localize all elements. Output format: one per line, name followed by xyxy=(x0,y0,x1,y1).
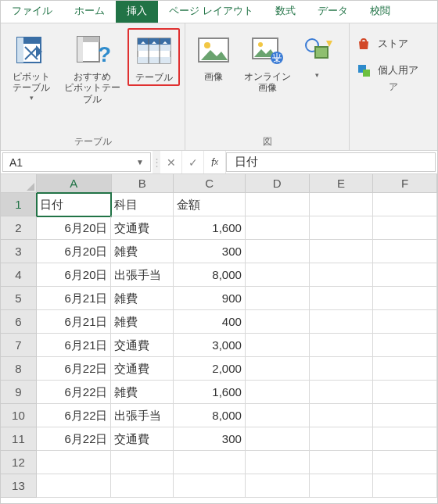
row-header[interactable]: 1 xyxy=(1,193,37,216)
cell[interactable]: 6月20日 xyxy=(37,216,112,240)
cell[interactable] xyxy=(246,287,310,310)
cell[interactable] xyxy=(246,263,310,287)
name-box[interactable]: A1 ▼ xyxy=(2,152,151,172)
row-header[interactable]: 12 xyxy=(1,451,37,474)
tab-review[interactable]: 校閲 xyxy=(359,1,401,23)
row-header[interactable]: 6 xyxy=(1,310,37,334)
cell[interactable] xyxy=(246,193,310,216)
cell[interactable]: 3,000 xyxy=(174,334,246,357)
cell[interactable] xyxy=(246,381,310,404)
online-pictures-button[interactable]: オンライン 画像 xyxy=(240,28,295,96)
col-header-B[interactable]: B xyxy=(112,174,174,193)
cell[interactable]: 6月22日 xyxy=(37,381,112,404)
cell[interactable]: 400 xyxy=(174,310,246,334)
cell[interactable]: 6月22日 xyxy=(37,357,112,381)
tab-insert[interactable]: 挿入 xyxy=(116,1,158,23)
row-header[interactable]: 13 xyxy=(1,474,37,498)
cell[interactable] xyxy=(111,474,174,498)
cell[interactable]: 6月21日 xyxy=(37,310,112,334)
cell[interactable] xyxy=(373,216,437,240)
cell[interactable] xyxy=(246,427,310,451)
cell[interactable] xyxy=(310,451,374,474)
cell[interactable] xyxy=(310,404,374,427)
cell[interactable] xyxy=(373,193,437,216)
cell[interactable] xyxy=(246,474,310,498)
cell[interactable] xyxy=(246,310,310,334)
cell[interactable] xyxy=(373,240,437,263)
cell[interactable]: 900 xyxy=(174,287,246,310)
tab-data[interactable]: データ xyxy=(307,1,359,23)
table-button[interactable]: テーブル xyxy=(127,28,180,86)
cell[interactable] xyxy=(310,216,374,240)
cell[interactable]: 1,600 xyxy=(174,381,246,404)
row-header[interactable]: 11 xyxy=(1,427,37,451)
select-all-button[interactable] xyxy=(1,174,37,193)
cell[interactable]: 出張手当 xyxy=(111,404,174,427)
cell[interactable]: 6月20日 xyxy=(37,263,112,287)
cell[interactable] xyxy=(373,404,437,427)
cell[interactable]: 8,000 xyxy=(174,263,246,287)
cell[interactable]: 雑費 xyxy=(111,240,174,263)
cell[interactable] xyxy=(246,240,310,263)
cell[interactable] xyxy=(373,287,437,310)
cell[interactable]: 2,000 xyxy=(174,357,246,381)
cell[interactable] xyxy=(310,334,374,357)
shapes-button[interactable]: ▾ xyxy=(298,28,336,82)
cell[interactable] xyxy=(310,357,374,381)
col-header-F[interactable]: F xyxy=(373,174,437,193)
cell[interactable]: 交通費 xyxy=(111,334,174,357)
cell[interactable] xyxy=(373,474,437,498)
insert-function-button[interactable]: fx xyxy=(204,151,226,173)
enter-formula-button[interactable]: ✓ xyxy=(182,151,204,173)
cell[interactable] xyxy=(373,310,437,334)
cell[interactable] xyxy=(246,357,310,381)
cell[interactable]: 6月20日 xyxy=(37,240,112,263)
cell[interactable] xyxy=(246,216,310,240)
cell-B1[interactable]: 科目 xyxy=(111,193,174,216)
cell[interactable]: 6月21日 xyxy=(37,334,112,357)
recommended-pivot-button[interactable]: ? おすすめ ピボットテーブル xyxy=(61,28,124,107)
cell-A1[interactable]: 日付 xyxy=(37,193,112,216)
cell[interactable] xyxy=(246,404,310,427)
cell[interactable] xyxy=(174,451,246,474)
cell[interactable] xyxy=(246,334,310,357)
row-header[interactable]: 2 xyxy=(1,216,37,240)
row-header[interactable]: 9 xyxy=(1,381,37,404)
cell[interactable]: 雑費 xyxy=(111,310,174,334)
cell[interactable]: 8,000 xyxy=(174,404,246,427)
cell[interactable] xyxy=(310,310,374,334)
row-header[interactable]: 7 xyxy=(1,334,37,357)
cell[interactable] xyxy=(310,474,374,498)
pivot-table-button[interactable]: ピボット テーブル ▾ xyxy=(5,28,58,105)
cell[interactable]: 6月21日 xyxy=(37,287,112,310)
cell[interactable]: 交通費 xyxy=(111,357,174,381)
row-header[interactable]: 10 xyxy=(1,404,37,427)
row-header[interactable]: 8 xyxy=(1,357,37,381)
cell[interactable]: 雑費 xyxy=(111,381,174,404)
cell[interactable] xyxy=(310,381,374,404)
col-header-E[interactable]: E xyxy=(310,174,374,193)
cell[interactable]: 出張手当 xyxy=(111,263,174,287)
cell[interactable] xyxy=(373,334,437,357)
row-header[interactable]: 4 xyxy=(1,263,37,287)
col-header-D[interactable]: D xyxy=(246,174,310,193)
cell[interactable] xyxy=(373,381,437,404)
cell[interactable] xyxy=(174,474,246,498)
my-addins-button[interactable]: 個人用ア xyxy=(356,63,431,78)
tab-formulas[interactable]: 数式 xyxy=(264,1,307,23)
col-header-C[interactable]: C xyxy=(174,174,246,193)
store-button[interactable]: ストア xyxy=(356,36,431,52)
cell[interactable]: 1,600 xyxy=(174,216,246,240)
tab-file[interactable]: ファイル xyxy=(1,1,63,23)
cell[interactable] xyxy=(310,263,374,287)
cell[interactable] xyxy=(373,263,437,287)
cell[interactable]: 雑費 xyxy=(111,287,174,310)
cell[interactable] xyxy=(373,451,437,474)
cell[interactable]: 交通費 xyxy=(111,427,174,451)
row-header[interactable]: 5 xyxy=(1,287,37,310)
cell[interactable] xyxy=(310,287,374,310)
col-header-A[interactable]: A xyxy=(37,174,112,193)
cell[interactable]: 300 xyxy=(174,240,246,263)
cell[interactable] xyxy=(373,427,437,451)
cell[interactable] xyxy=(37,451,112,474)
